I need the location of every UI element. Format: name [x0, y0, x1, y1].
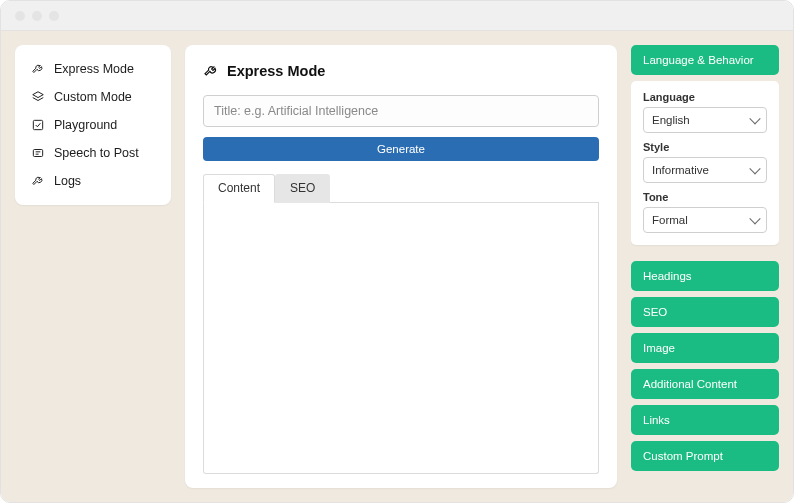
sidebar-item-label: Playground: [54, 118, 117, 132]
layers-icon: [31, 90, 45, 104]
generate-button[interactable]: Generate: [203, 137, 599, 161]
main-panel: Express Mode Generate Content SEO: [185, 45, 617, 488]
sidebar-item-custom-mode[interactable]: Custom Mode: [23, 83, 163, 111]
tab-content[interactable]: Content: [203, 174, 275, 203]
sidebar-item-express-mode[interactable]: Express Mode: [23, 55, 163, 83]
window-control-dot: [32, 11, 42, 21]
tone-label: Tone: [643, 191, 767, 203]
panel-additional-content[interactable]: Additional Content: [631, 369, 779, 399]
sidebar-item-label: Express Mode: [54, 62, 134, 76]
panel-custom-prompt[interactable]: Custom Prompt: [631, 441, 779, 471]
sidebar-item-label: Custom Mode: [54, 90, 132, 104]
panel-language-behavior-body: Language English Style Informative Tone …: [631, 81, 779, 245]
panel-image[interactable]: Image: [631, 333, 779, 363]
panel-seo[interactable]: SEO: [631, 297, 779, 327]
title-input[interactable]: [203, 95, 599, 127]
workspace: Express Mode Custom Mode Playground Spee…: [1, 31, 793, 502]
window-control-dot: [49, 11, 59, 21]
collapsed-panels: Headings SEO Image Additional Content Li…: [631, 261, 779, 471]
panel-links[interactable]: Links: [631, 405, 779, 435]
sidebar-item-speech-to-post[interactable]: Speech to Post: [23, 139, 163, 167]
app-window: Express Mode Custom Mode Playground Spee…: [0, 0, 794, 503]
text-block-icon: [31, 146, 45, 160]
chevron-down-icon: Informative: [643, 157, 767, 183]
panel-language-behavior[interactable]: Language & Behavior: [631, 45, 779, 75]
svg-rect-0: [33, 120, 42, 129]
panel-headings[interactable]: Headings: [631, 261, 779, 291]
window-control-dot: [15, 11, 25, 21]
tab-seo[interactable]: SEO: [275, 174, 330, 203]
style-select[interactable]: Informative: [643, 157, 767, 183]
chevron-down-icon: English: [643, 107, 767, 133]
svg-rect-1: [33, 150, 42, 157]
style-label: Style: [643, 141, 767, 153]
titlebar: [1, 1, 793, 31]
editor-tabs: Content SEO: [203, 173, 599, 203]
wrench-icon: [203, 63, 219, 79]
page-title-text: Express Mode: [227, 63, 325, 79]
chevron-down-icon: Formal: [643, 207, 767, 233]
sidebar-item-logs[interactable]: Logs: [23, 167, 163, 195]
language-select[interactable]: English: [643, 107, 767, 133]
sidebar-item-label: Logs: [54, 174, 81, 188]
sidebar-item-playground[interactable]: Playground: [23, 111, 163, 139]
wrench-icon: [31, 62, 45, 76]
page-title: Express Mode: [203, 63, 599, 79]
content-textarea[interactable]: [203, 203, 599, 474]
sidebar-item-label: Speech to Post: [54, 146, 139, 160]
checkbox-icon: [31, 118, 45, 132]
settings-panel: Language & Behavior Language English Sty…: [631, 45, 779, 471]
language-label: Language: [643, 91, 767, 103]
tone-select[interactable]: Formal: [643, 207, 767, 233]
sidebar: Express Mode Custom Mode Playground Spee…: [15, 45, 171, 205]
wrench-icon: [31, 174, 45, 188]
